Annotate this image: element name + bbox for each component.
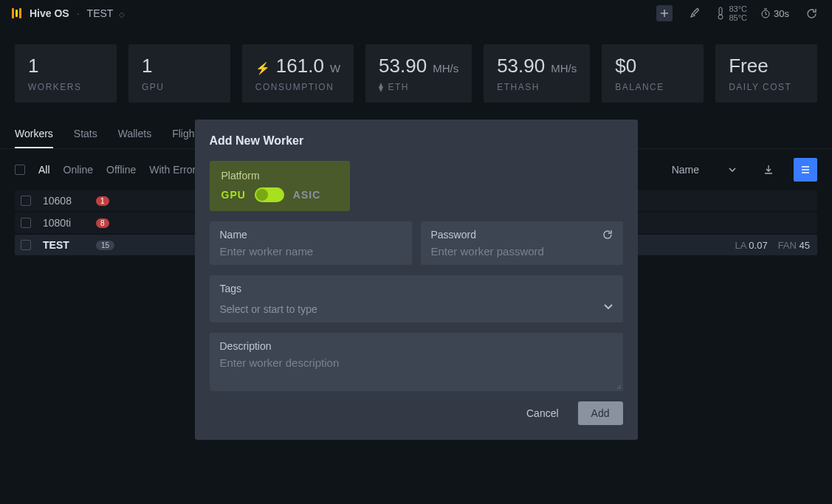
add-worker-modal: Add New Worker Platform GPU ASIC Name Pa… <box>195 120 638 440</box>
platform-selector: Platform GPU ASIC <box>210 161 350 211</box>
description-input[interactable] <box>220 356 613 382</box>
name-input[interactable] <box>220 245 402 258</box>
description-field-wrap: Description <box>210 333 623 391</box>
description-label: Description <box>220 340 613 352</box>
platform-toggle[interactable] <box>255 187 284 202</box>
modal-overlay: Add New Worker Platform GPU ASIC Name Pa… <box>0 0 832 504</box>
tags-field-wrap[interactable]: Tags Select or start to type <box>210 275 623 322</box>
password-label: Password <box>431 229 476 241</box>
cancel-button[interactable]: Cancel <box>519 401 566 425</box>
platform-asic[interactable]: ASIC <box>293 189 320 201</box>
modal-actions: Cancel Add <box>210 401 623 425</box>
password-input[interactable] <box>431 245 613 258</box>
name-label: Name <box>220 229 402 241</box>
add-button[interactable]: Add <box>578 401 623 425</box>
platform-label: Platform <box>221 170 338 182</box>
password-field-wrap: Password <box>421 221 623 265</box>
resize-handle-icon[interactable] <box>614 382 622 390</box>
chevron-down-icon <box>604 304 613 310</box>
name-field-wrap: Name <box>210 221 412 265</box>
regenerate-icon[interactable] <box>602 229 613 240</box>
modal-title: Add New Worker <box>210 134 623 148</box>
toggle-knob <box>256 189 268 201</box>
platform-gpu[interactable]: GPU <box>221 189 246 201</box>
tags-label: Tags <box>220 283 613 294</box>
tags-placeholder: Select or start to type <box>220 303 317 315</box>
